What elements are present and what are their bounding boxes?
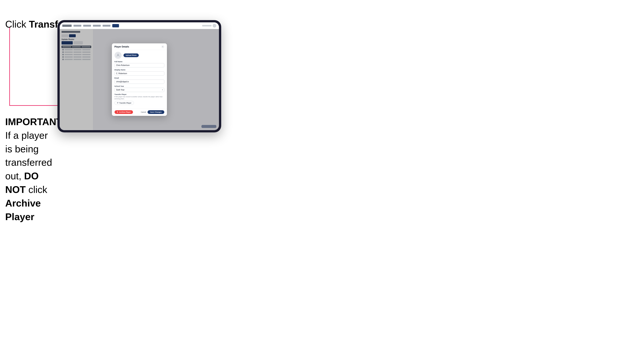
transfer-player-btn-label: Transfer Player — [119, 102, 132, 104]
archive-icon: ⬇ — [117, 111, 118, 113]
modal-body: Upload Photo Full Name Display Name — [112, 50, 167, 109]
tablet-screen: Update Roster — [60, 22, 219, 130]
email-input[interactable] — [114, 80, 164, 84]
transfer-player-button[interactable]: ⟳ Transfer Player — [114, 101, 134, 105]
app-topbar — [60, 22, 219, 29]
app-logo — [62, 24, 72, 27]
full-name-group: Full Name — [114, 61, 164, 67]
modal-footer: ⬇ Archive Player Cancel Save Changes — [112, 109, 167, 116]
email-group: Email — [114, 77, 164, 84]
avatar-small — [212, 24, 216, 27]
important-label: IMPORTANT — [5, 116, 62, 127]
bottom-instruction-text2: click — [26, 184, 47, 195]
archive-player-label: Archive Player — [5, 198, 41, 222]
avatar-placeholder — [114, 52, 122, 59]
display-name-label: Display Name — [114, 69, 164, 71]
cancel-button[interactable]: Cancel — [141, 111, 146, 113]
nav-item-1 — [74, 25, 81, 27]
topbar-right — [202, 24, 216, 27]
bottom-instruction: IMPORTANT: If a player is being transfer… — [5, 115, 58, 223]
archive-btn-label: Archive Player — [119, 111, 131, 113]
nav-item-3 — [93, 25, 101, 27]
modal-title: Player Details — [114, 45, 129, 48]
save-changes-button[interactable]: Save Changes — [148, 110, 164, 114]
user-text — [202, 25, 212, 26]
modal-overlay: Player Details × — [60, 29, 219, 130]
refresh-icon: ⟳ — [117, 102, 118, 104]
school-year-select-wrapper: Sixth Year ▾ — [114, 88, 164, 92]
tablet-device: Update Roster — [58, 20, 221, 132]
modal-header: Player Details × — [112, 43, 167, 50]
transfer-player-desc: If this player has moved to another scho… — [114, 96, 164, 100]
school-year-group: School Year Sixth Year ▾ — [114, 85, 164, 92]
transfer-player-section: Transfer Player If this player has moved… — [114, 93, 164, 105]
avatar-section: Upload Photo — [114, 52, 164, 59]
top-instruction-prefix: Click — [5, 19, 29, 30]
modal-close-button[interactable]: × — [161, 45, 164, 48]
full-name-label: Full Name — [114, 61, 164, 63]
nav-item-2 — [83, 25, 91, 27]
email-label: Email — [114, 77, 164, 79]
nav-item-active — [112, 24, 119, 27]
school-year-select[interactable]: Sixth Year — [114, 88, 164, 92]
player-details-modal: Player Details × — [112, 43, 167, 116]
school-year-label: School Year — [114, 85, 164, 87]
display-name-input[interactable] — [114, 71, 164, 76]
display-name-group: Display Name — [114, 69, 164, 76]
app-content: Update Roster — [60, 29, 219, 130]
archive-player-button[interactable]: ⬇ Archive Player — [114, 110, 133, 114]
nav-item-4 — [102, 25, 110, 27]
transfer-player-label: Transfer Player — [114, 93, 164, 95]
full-name-input[interactable] — [114, 63, 164, 67]
svg-point-0 — [117, 54, 118, 55]
upload-photo-button[interactable]: Upload Photo — [124, 53, 139, 57]
annotation-line-vertical — [9, 27, 10, 106]
